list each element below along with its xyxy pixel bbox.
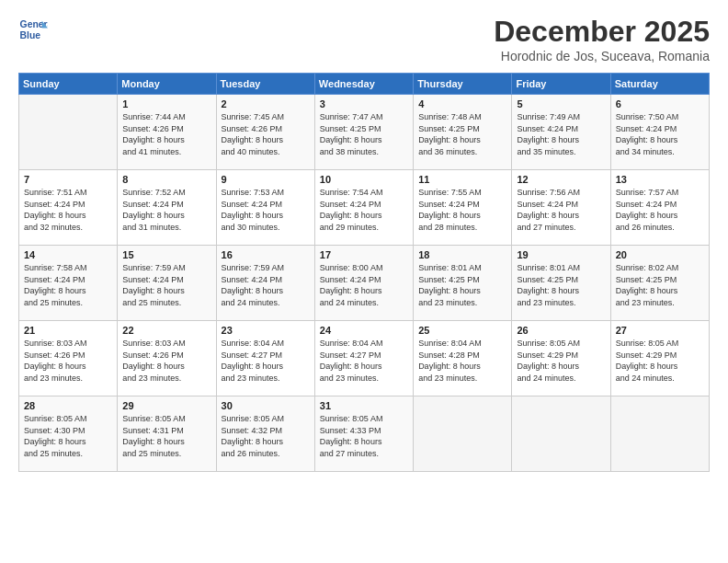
calendar-header-sunday: Sunday [19, 74, 118, 95]
calendar-cell: 7Sunrise: 7:51 AM Sunset: 4:24 PM Daylig… [19, 170, 118, 246]
calendar-cell: 9Sunrise: 7:53 AM Sunset: 4:24 PM Daylig… [216, 170, 314, 246]
calendar-cell [512, 396, 610, 472]
day-number: 24 [320, 325, 408, 336]
calendar-week-2: 7Sunrise: 7:51 AM Sunset: 4:24 PM Daylig… [19, 170, 710, 246]
day-info: Sunrise: 7:59 AM Sunset: 4:24 PM Dayligh… [222, 262, 310, 308]
title-block: December 2025 Horodnic de Jos, Suceava, … [494, 15, 710, 63]
page: General Blue December 2025 Horodnic de J… [0, 0, 728, 563]
day-info: Sunrise: 7:51 AM Sunset: 4:24 PM Dayligh… [24, 187, 112, 233]
day-info: Sunrise: 7:53 AM Sunset: 4:24 PM Dayligh… [222, 187, 310, 233]
calendar-cell: 15Sunrise: 7:59 AM Sunset: 4:24 PM Dayli… [118, 246, 216, 321]
day-info: Sunrise: 8:05 AM Sunset: 4:31 PM Dayligh… [122, 413, 210, 459]
calendar-cell: 12Sunrise: 7:56 AM Sunset: 4:24 PM Dayli… [512, 170, 610, 246]
calendar-cell: 5Sunrise: 7:49 AM Sunset: 4:24 PM Daylig… [512, 95, 610, 170]
day-info: Sunrise: 8:02 AM Sunset: 4:25 PM Dayligh… [616, 262, 704, 308]
calendar-cell: 25Sunrise: 8:04 AM Sunset: 4:28 PM Dayli… [414, 321, 512, 396]
calendar-header-tuesday: Tuesday [216, 74, 314, 95]
day-number: 7 [24, 174, 112, 185]
location-subtitle: Horodnic de Jos, Suceava, Romania [494, 49, 710, 63]
day-number: 16 [222, 249, 310, 260]
calendar-week-5: 28Sunrise: 8:05 AM Sunset: 4:30 PM Dayli… [19, 396, 710, 472]
day-number: 4 [418, 98, 506, 109]
day-number: 2 [222, 98, 310, 109]
day-number: 9 [222, 174, 310, 185]
svg-text:Blue: Blue [20, 30, 41, 40]
day-info: Sunrise: 8:05 AM Sunset: 4:29 PM Dayligh… [616, 338, 704, 384]
day-info: Sunrise: 8:01 AM Sunset: 4:25 PM Dayligh… [418, 262, 506, 308]
calendar-header-thursday: Thursday [414, 74, 512, 95]
calendar-cell: 6Sunrise: 7:50 AM Sunset: 4:24 PM Daylig… [610, 95, 709, 170]
day-info: Sunrise: 7:44 AM Sunset: 4:26 PM Dayligh… [122, 111, 210, 157]
calendar-cell: 8Sunrise: 7:52 AM Sunset: 4:24 PM Daylig… [118, 170, 216, 246]
day-info: Sunrise: 8:04 AM Sunset: 4:27 PM Dayligh… [222, 338, 310, 384]
day-number: 23 [222, 325, 310, 336]
calendar-cell: 24Sunrise: 8:04 AM Sunset: 4:27 PM Dayli… [314, 321, 413, 396]
calendar-cell: 28Sunrise: 8:05 AM Sunset: 4:30 PM Dayli… [19, 396, 118, 472]
calendar-header-saturday: Saturday [610, 74, 709, 95]
day-info: Sunrise: 8:05 AM Sunset: 4:33 PM Dayligh… [320, 413, 408, 459]
day-number: 27 [616, 325, 704, 336]
day-info: Sunrise: 7:56 AM Sunset: 4:24 PM Dayligh… [517, 187, 605, 233]
day-number: 30 [222, 400, 310, 411]
calendar-header-wednesday: Wednesday [314, 74, 413, 95]
calendar-cell: 3Sunrise: 7:47 AM Sunset: 4:25 PM Daylig… [314, 95, 413, 170]
day-info: Sunrise: 8:03 AM Sunset: 4:26 PM Dayligh… [122, 338, 210, 384]
calendar-table: SundayMondayTuesdayWednesdayThursdayFrid… [18, 73, 710, 472]
day-number: 10 [320, 174, 408, 185]
day-info: Sunrise: 7:47 AM Sunset: 4:25 PM Dayligh… [320, 111, 408, 157]
day-info: Sunrise: 7:55 AM Sunset: 4:24 PM Dayligh… [418, 187, 506, 233]
calendar-week-4: 21Sunrise: 8:03 AM Sunset: 4:26 PM Dayli… [19, 321, 710, 396]
day-number: 8 [122, 174, 210, 185]
calendar-cell: 19Sunrise: 8:01 AM Sunset: 4:25 PM Dayli… [512, 246, 610, 321]
day-info: Sunrise: 8:00 AM Sunset: 4:24 PM Dayligh… [320, 262, 408, 308]
day-info: Sunrise: 7:52 AM Sunset: 4:24 PM Dayligh… [122, 187, 210, 233]
day-info: Sunrise: 7:54 AM Sunset: 4:24 PM Dayligh… [320, 187, 408, 233]
header: General Blue December 2025 Horodnic de J… [18, 15, 710, 63]
day-number: 21 [24, 325, 112, 336]
calendar-cell: 26Sunrise: 8:05 AM Sunset: 4:29 PM Dayli… [512, 321, 610, 396]
day-number: 13 [616, 174, 704, 185]
month-title: December 2025 [494, 15, 710, 49]
day-number: 3 [320, 98, 408, 109]
calendar-cell: 13Sunrise: 7:57 AM Sunset: 4:24 PM Dayli… [610, 170, 709, 246]
calendar-cell: 2Sunrise: 7:45 AM Sunset: 4:26 PM Daylig… [216, 95, 314, 170]
day-info: Sunrise: 8:01 AM Sunset: 4:25 PM Dayligh… [517, 262, 605, 308]
calendar-cell [19, 95, 118, 170]
calendar-cell: 10Sunrise: 7:54 AM Sunset: 4:24 PM Dayli… [314, 170, 413, 246]
calendar-header-row: SundayMondayTuesdayWednesdayThursdayFrid… [19, 74, 710, 95]
day-number: 19 [517, 249, 605, 260]
calendar-cell: 14Sunrise: 7:58 AM Sunset: 4:24 PM Dayli… [19, 246, 118, 321]
calendar-cell: 1Sunrise: 7:44 AM Sunset: 4:26 PM Daylig… [118, 95, 216, 170]
calendar-cell: 30Sunrise: 8:05 AM Sunset: 4:32 PM Dayli… [216, 396, 314, 472]
day-number: 5 [517, 98, 605, 109]
day-info: Sunrise: 8:05 AM Sunset: 4:29 PM Dayligh… [517, 338, 605, 384]
day-number: 22 [122, 325, 210, 336]
day-number: 31 [320, 400, 408, 411]
day-info: Sunrise: 7:48 AM Sunset: 4:25 PM Dayligh… [418, 111, 506, 157]
calendar-cell: 16Sunrise: 7:59 AM Sunset: 4:24 PM Dayli… [216, 246, 314, 321]
day-number: 18 [418, 249, 506, 260]
calendar-cell: 17Sunrise: 8:00 AM Sunset: 4:24 PM Dayli… [314, 246, 413, 321]
day-number: 6 [616, 98, 704, 109]
day-number: 29 [122, 400, 210, 411]
calendar-cell: 29Sunrise: 8:05 AM Sunset: 4:31 PM Dayli… [118, 396, 216, 472]
day-info: Sunrise: 7:49 AM Sunset: 4:24 PM Dayligh… [517, 111, 605, 157]
calendar-cell: 21Sunrise: 8:03 AM Sunset: 4:26 PM Dayli… [19, 321, 118, 396]
calendar-header-friday: Friday [512, 74, 610, 95]
calendar-cell: 20Sunrise: 8:02 AM Sunset: 4:25 PM Dayli… [610, 246, 709, 321]
day-number: 25 [418, 325, 506, 336]
calendar-cell: 4Sunrise: 7:48 AM Sunset: 4:25 PM Daylig… [414, 95, 512, 170]
calendar-cell [610, 396, 709, 472]
day-number: 26 [517, 325, 605, 336]
day-number: 28 [24, 400, 112, 411]
logo: General Blue [18, 15, 48, 44]
day-number: 11 [418, 174, 506, 185]
calendar-cell: 11Sunrise: 7:55 AM Sunset: 4:24 PM Dayli… [414, 170, 512, 246]
day-info: Sunrise: 7:59 AM Sunset: 4:24 PM Dayligh… [122, 262, 210, 308]
day-info: Sunrise: 7:57 AM Sunset: 4:24 PM Dayligh… [616, 187, 704, 233]
calendar-cell: 22Sunrise: 8:03 AM Sunset: 4:26 PM Dayli… [118, 321, 216, 396]
day-number: 12 [517, 174, 605, 185]
day-info: Sunrise: 8:04 AM Sunset: 4:28 PM Dayligh… [418, 338, 506, 384]
calendar-cell: 31Sunrise: 8:05 AM Sunset: 4:33 PM Dayli… [314, 396, 413, 472]
calendar-cell: 18Sunrise: 8:01 AM Sunset: 4:25 PM Dayli… [414, 246, 512, 321]
